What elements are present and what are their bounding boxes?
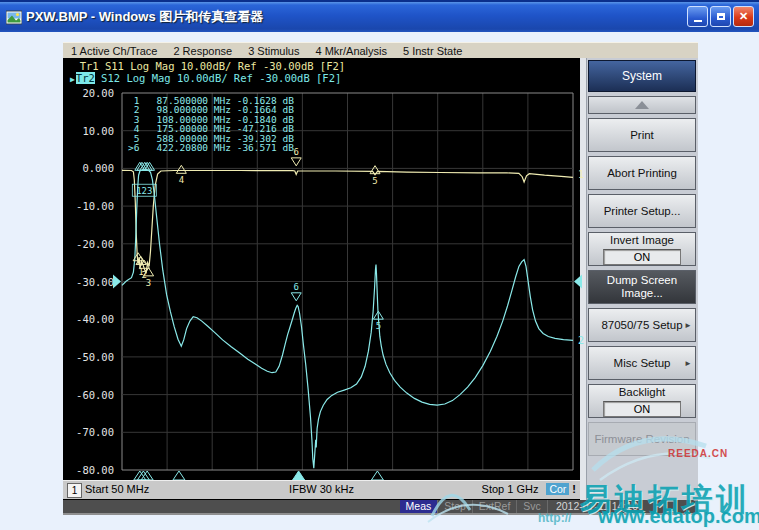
correction-badge: Cor (546, 483, 569, 495)
y-axis-label: -10.00 (62, 200, 114, 212)
marker-row-6: >6 422.20800 MHz -36.571 dB (128, 143, 294, 152)
y-axis-label: 10.00 (62, 125, 114, 137)
softkey-87050-75-setup[interactable]: 87050/75 Setup► (588, 308, 696, 342)
softkey-value: ON (603, 249, 681, 265)
up-arrow-icon (635, 101, 649, 109)
maximize-button[interactable] (710, 6, 731, 27)
menu-item-3[interactable]: 3 Stimulus (240, 45, 307, 57)
softkey-label: Print (630, 129, 654, 142)
meas-status: Meas (400, 500, 438, 513)
menu-item-2[interactable]: 2 Response (165, 45, 240, 57)
y-axis-label: -60.00 (62, 389, 114, 401)
y-axis-label: -70.00 (62, 426, 114, 438)
softkey-label: 87050/75 Setup (601, 319, 682, 332)
ifbw-label: IFBW 30 kHz (289, 483, 354, 495)
softkey-invert-image[interactable]: Invert ImageON (588, 232, 696, 266)
channel-number: 1 (67, 483, 82, 498)
app-icon (6, 10, 22, 26)
watermark-http: http:// (538, 511, 571, 525)
submenu-arrow-icon: ► (684, 357, 692, 370)
trace-id: Tr1 (80, 60, 99, 72)
status-item-extref: ExtRef (472, 500, 517, 513)
status-item-stop: Stop (437, 500, 472, 513)
softkey-menu-title: System (588, 60, 696, 92)
active-trace-arrow-icon: ▶ (70, 75, 75, 84)
y-axis-label: -50.00 (62, 351, 114, 363)
softkey-scroll-up-button[interactable] (588, 96, 696, 114)
watermark-reeda: REEDA.CN (668, 448, 728, 459)
softkey-misc-setup[interactable]: Misc Setup► (588, 346, 696, 380)
softkey-label: Backlight (619, 386, 666, 399)
softkey-label: Dump Screen Image... (589, 274, 695, 300)
softkey-label: Invert Image (610, 234, 674, 247)
trace-format: S11 Log Mag 10.00dB/ Ref -30.00dB [F2] (99, 60, 346, 72)
y-axis-label: -80.00 (62, 464, 114, 476)
softkey-value: ON (603, 401, 681, 417)
watermark-url: www.edatop.com (598, 505, 759, 528)
title-bar: PXW.BMP - Windows 图片和传真查看器 ✕ (0, 0, 759, 32)
start-frequency: Start 50 MHz (85, 483, 149, 495)
softkey-print[interactable]: Print (588, 118, 696, 152)
window-title: PXW.BMP - Windows 图片和传真查看器 (26, 8, 263, 26)
softkey-label: Misc Setup (614, 357, 671, 370)
softkey-backlight[interactable]: BacklightON (588, 384, 696, 418)
minimize-button[interactable] (687, 6, 708, 27)
menu-item-4[interactable]: 4 Mkr/Analysis (307, 45, 395, 57)
submenu-arrow-icon: ► (684, 319, 692, 332)
trace-status-tr1[interactable]: Tr1 S11 Log Mag 10.00dB/ Ref -30.00dB [F… (70, 60, 345, 72)
stimulus-bar: 1 Start 50 MHz IFBW 30 kHz Stop 1 GHz Co… (63, 480, 580, 499)
softkey-label: Abort Printing (607, 167, 677, 180)
trace-format: S12 Log Mag 10.00dB/ Ref -30.00dB [F2] (95, 72, 342, 84)
menu-item-1[interactable]: 1 Active Ch/Trace (63, 45, 165, 57)
y-axis-label: -40.00 (62, 313, 114, 325)
marker-table: 1 87.500000 MHz -0.1628 dB 2 98.000000 M… (128, 96, 294, 152)
menu-item-5[interactable]: 5 Instr State (395, 45, 470, 57)
status-items: StopExtRefSvc (437, 500, 547, 513)
trace-status-area: Tr1 S11 Log Mag 10.00dB/ Ref -30.00dB [F… (70, 60, 345, 84)
viewer-window: PXW.BMP - Windows 图片和传真查看器 ✕ 1 Active Ch… (0, 0, 759, 530)
softkey-label: Printer Setup... (604, 205, 681, 218)
y-axis-label: 0.000 (62, 162, 114, 174)
y-axis-label: -20.00 (62, 238, 114, 250)
softkey-printer-setup[interactable]: Printer Setup... (588, 194, 696, 228)
stop-frequency: Stop 1 GHz (482, 483, 539, 495)
y-axis-label: 20.00 (62, 87, 114, 99)
trace-id: Tr2 (76, 72, 95, 84)
softkey-dump-screen-image[interactable]: Dump Screen Image... (588, 270, 696, 304)
softkey-label: Firmware Revision (594, 433, 689, 446)
warning-flag: ! (572, 483, 576, 495)
softkey-abort-printing[interactable]: Abort Printing (588, 156, 696, 190)
close-button[interactable]: ✕ (733, 6, 754, 27)
y-axis-label: -30.00 (62, 276, 114, 288)
trace-status-tr2[interactable]: ▶Tr2 S12 Log Mag 10.00dB/ Ref -30.00dB [… (70, 72, 345, 84)
softkey-scroll-strip[interactable] (580, 58, 587, 500)
